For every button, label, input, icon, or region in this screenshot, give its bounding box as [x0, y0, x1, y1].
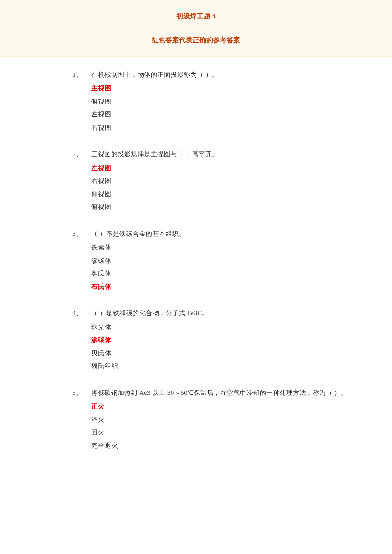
option: 右视图: [91, 122, 392, 134]
option-correct: 布氏体: [91, 281, 392, 293]
question-number: 2、: [72, 148, 91, 160]
option: 魏氏组织: [91, 360, 392, 372]
document-title: 初级焊工题 3: [0, 10, 392, 23]
document-header: 初级焊工题 3 红色答案代表正确的参考答案: [0, 0, 392, 57]
question-3: 3、 （ ）不是铁碳合金的基本组织。 铁素体 渗碳体 奥氏体 布氏体: [72, 228, 392, 293]
option: 俯视图: [91, 201, 392, 213]
question-2: 2、 三视图的投影规律是主视图与（ ）高平齐。 左视图 右视图 仰视图 俯视图: [72, 148, 392, 213]
question-number: 3、: [72, 228, 91, 240]
option: 回火: [91, 426, 392, 439]
option: 贝氏体: [91, 347, 392, 360]
question-4: 4、 （ ）是铁和碳的化合物，分子式 Fe3C。 珠光体 渗碳体 贝氏体 魏氏组…: [72, 307, 392, 372]
option: 仰视图: [91, 188, 392, 200]
document-subtitle: 红色答案代表正确的参考答案: [0, 34, 392, 46]
question-text: （ ）是铁和碳的化合物，分子式 Fe3C。: [91, 307, 209, 319]
option: 淬火: [91, 414, 392, 426]
question-list: 1、 在机械制图中，物体的正面投影称为（ ）。 主视图 俯视图 左视图 右视图 …: [0, 57, 392, 452]
option: 左视图: [91, 108, 392, 121]
question-text: （ ）不是铁碳合金的基本组织。: [91, 228, 185, 240]
question-number: 5、: [72, 387, 91, 399]
question-1: 1、 在机械制图中，物体的正面投影称为（ ）。 主视图 俯视图 左视图 右视图: [72, 69, 392, 134]
option-correct: 主视图: [91, 82, 392, 95]
option: 俯视图: [91, 96, 392, 108]
question-text: 将低碳钢加热到 Ac3 以上 30～50℃保温后，在空气中冷却的一种处理方法，称…: [91, 387, 348, 399]
option-correct: 正火: [91, 400, 392, 413]
option: 渗碳体: [91, 255, 392, 267]
question-5: 5、 将低碳钢加热到 Ac3 以上 30～50℃保温后，在空气中冷却的一种处理方…: [72, 387, 392, 452]
question-text: 在机械制图中，物体的正面投影称为（ ）。: [91, 69, 219, 81]
option: 铁素体: [91, 241, 392, 254]
question-number: 1、: [72, 69, 91, 81]
option: 右视图: [91, 175, 392, 187]
option: 珠光体: [91, 321, 392, 334]
option-correct: 左视图: [91, 162, 392, 174]
question-number: 4、: [72, 307, 91, 319]
question-text: 三视图的投影规律是主视图与（ ）高平齐。: [91, 148, 219, 160]
option-correct: 渗碳体: [91, 334, 392, 346]
option: 奥氏体: [91, 267, 392, 280]
option: 完全退火: [91, 440, 392, 452]
